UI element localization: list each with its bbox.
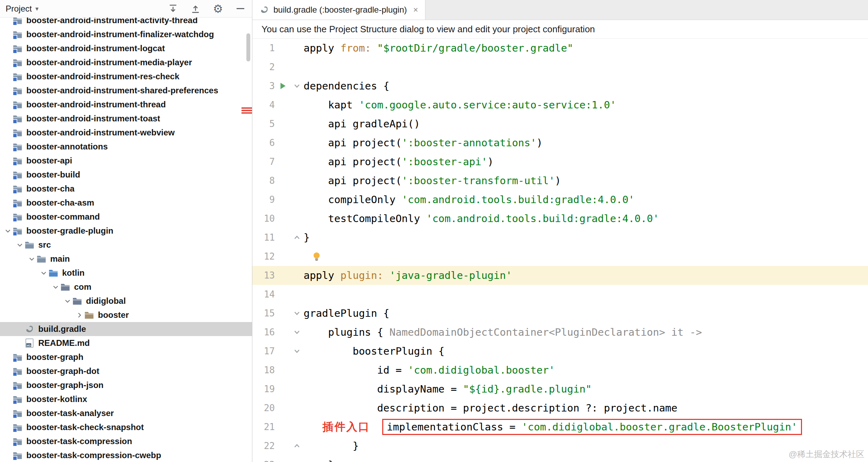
tab-build-gradle[interactable]: build.gradle (:booster-gradle-plugin) × [252, 0, 425, 20]
tree-item-booster-android-instrument-finalizer-watchdog[interactable]: booster-android-instrument-finalizer-wat… [0, 27, 252, 41]
folder-icon [25, 240, 34, 250]
tree-item-booster-task-compression-cwebp[interactable]: booster-task-compression-cwebp [0, 448, 252, 462]
tree-item-booster-android-instrument-media-player[interactable]: booster-android-instrument-media-player [0, 55, 252, 69]
hide-panel-icon[interactable] [234, 3, 246, 15]
code-line-12[interactable]: 12 [252, 247, 868, 266]
code-line-23[interactable]: 23 } [252, 455, 868, 462]
tree-item-booster-graph[interactable]: booster-graph [0, 350, 252, 364]
tree-item-booster-gradle-plugin[interactable]: booster-gradle-plugin [0, 224, 252, 238]
code-line-7[interactable]: 7 api project(':booster-api') [252, 152, 868, 171]
tree-item-booster-task-check-snapshot[interactable]: booster-task-check-snapshot [0, 420, 252, 434]
tree-item-label: booster-task-check-snapshot [26, 422, 144, 432]
code-text: api project(':booster-api') [304, 156, 493, 168]
line-number: 20 [252, 403, 275, 413]
code-line-8[interactable]: 8 api project(':booster-transform-util') [252, 171, 868, 190]
code-line-9[interactable]: 9 compileOnly 'com.android.tools.build:g… [252, 190, 868, 209]
chevron-down-icon[interactable] [62, 298, 72, 304]
tree-item-booster-cha[interactable]: booster-cha [0, 182, 252, 196]
code-line-21[interactable]: 21插件入口implementationClass = 'com.didiglo… [252, 417, 868, 436]
svg-text:MD: MD [27, 344, 31, 347]
fold-marker-icon[interactable] [293, 347, 301, 355]
close-tab-icon[interactable]: × [413, 5, 418, 15]
line-number: 2 [252, 62, 275, 72]
tree-item-booster[interactable]: booster [0, 308, 252, 322]
code-line-19[interactable]: 19 displayName = "${id}.gradle.plugin" [252, 380, 868, 399]
code-line-6[interactable]: 6 api project(':booster-annotations') [252, 133, 868, 152]
code-line-18[interactable]: 18 id = 'com.didiglobal.booster' [252, 361, 868, 380]
code-line-20[interactable]: 20 description = project.description ?: … [252, 399, 868, 417]
tree-item-label: kotlin [62, 268, 85, 278]
tree-item-booster-kotlinx[interactable]: booster-kotlinx [0, 392, 252, 406]
project-view-selector[interactable]: Project ▾ [6, 4, 39, 14]
code-editor[interactable]: 1apply from: "$rootDir/gradle/booster.gr… [252, 39, 868, 462]
code-line-11[interactable]: 11} [252, 228, 868, 247]
code-line-2[interactable]: 2 [252, 58, 868, 76]
tree-item-booster-android-instrument-logcat[interactable]: booster-android-instrument-logcat [0, 41, 252, 55]
settings-gear-icon[interactable]: ⚙ [212, 3, 224, 15]
tree-item-booster-annotations[interactable]: booster-annotations [0, 140, 252, 154]
module-icon [13, 184, 22, 194]
tree-item-main[interactable]: main [0, 252, 252, 266]
tree-item-booster-android-instrument-activity-thread[interactable]: booster-android-instrument-activity-thre… [0, 18, 252, 27]
chevron-down-icon[interactable] [27, 256, 37, 262]
tree-item-label: booster-cha [26, 184, 74, 194]
tree-item-booster-command[interactable]: booster-command [0, 210, 252, 224]
source-folder-icon [48, 268, 58, 278]
tree-item-booster-task-analyser[interactable]: booster-task-analyser [0, 406, 252, 420]
fold-marker-icon[interactable] [293, 442, 301, 450]
fold-marker-icon[interactable] [293, 82, 301, 90]
tree-item-booster-graph-dot[interactable]: booster-graph-dot [0, 364, 252, 378]
tree-item-booster-android-instrument-thread[interactable]: booster-android-instrument-thread [0, 98, 252, 112]
run-gutter-icon[interactable] [279, 82, 287, 90]
tree-scrollbar-thumb[interactable] [246, 33, 250, 61]
tree-item-booster-task-compression[interactable]: booster-task-compression [0, 434, 252, 448]
chevron-right-icon[interactable] [74, 312, 84, 319]
tree-item-booster-android-instrument-shared-preferences[interactable]: booster-android-instrument-shared-prefer… [0, 83, 252, 98]
chevron-down-icon[interactable] [39, 270, 48, 276]
fold-marker-icon[interactable] [293, 234, 301, 241]
code-line-14[interactable]: 14 [252, 285, 868, 304]
module-icon [13, 226, 22, 236]
code-line-10[interactable]: 10 testCompileOnly 'com.android.tools.bu… [252, 209, 868, 228]
collapse-all-icon[interactable] [190, 3, 201, 15]
code-line-22[interactable]: 22 } [252, 436, 868, 455]
code-line-17[interactable]: 17 boosterPlugin { [252, 342, 868, 361]
tree-item-label: booster-api [26, 156, 72, 166]
code-line-4[interactable]: 4 kapt 'com.google.auto.service:auto-ser… [252, 95, 868, 114]
ide-window: Project ▾ ⚙ booster-android-instrument-a… [0, 0, 868, 462]
tree-item-booster-android-instrument-toast[interactable]: booster-android-instrument-toast [0, 112, 252, 126]
fold-marker-icon[interactable] [293, 309, 301, 317]
tree-item-booster-graph-json[interactable]: booster-graph-json [0, 378, 252, 392]
tree-item-README.md[interactable]: MDREADME.md [0, 336, 252, 350]
fold-marker-icon[interactable] [293, 328, 301, 336]
tree-item-booster-cha-asm[interactable]: booster-cha-asm [0, 196, 252, 210]
code-line-15[interactable]: 15gradlePlugin { [252, 304, 868, 323]
chevron-down-icon[interactable] [51, 284, 60, 290]
tree-item-com[interactable]: com [0, 280, 252, 294]
code-line-1[interactable]: 1apply from: "$rootDir/gradle/booster.gr… [252, 39, 868, 58]
tree-item-booster-android-instrument-webview[interactable]: booster-android-instrument-webview [0, 126, 252, 140]
line-number: 8 [252, 175, 275, 186]
code-line-5[interactable]: 5 api gradleApi() [252, 114, 868, 133]
tree-item-booster-api[interactable]: booster-api [0, 154, 252, 168]
module-icon [13, 380, 22, 390]
module-icon [13, 394, 22, 404]
line-number: 21 [252, 422, 275, 432]
expand-all-icon[interactable] [167, 3, 179, 15]
code-line-16[interactable]: 16 plugins { NamedDomainObjectContainer<… [252, 323, 868, 342]
tree-item-booster-android-instrument-res-check[interactable]: booster-android-instrument-res-check [0, 69, 252, 83]
chevron-down-icon[interactable] [3, 228, 13, 234]
gutter [275, 247, 304, 266]
tree-item-src[interactable]: src [0, 238, 252, 252]
code-line-13[interactable]: 13apply plugin: 'java-gradle-plugin' [252, 266, 868, 285]
code-line-3[interactable]: 3dependencies { [252, 76, 868, 95]
project-panel: Project ▾ ⚙ booster-android-instrument-a… [0, 0, 252, 462]
tree-item-label: booster [98, 310, 129, 320]
tree-item-didiglobal[interactable]: didiglobal [0, 294, 252, 308]
intention-bulb-icon[interactable] [311, 251, 322, 262]
tree-item-booster-build[interactable]: booster-build [0, 168, 252, 182]
module-icon [13, 114, 22, 123]
chevron-down-icon[interactable] [15, 242, 25, 248]
tree-item-kotlin[interactable]: kotlin [0, 266, 252, 280]
tree-item-build.gradle[interactable]: build.gradle [0, 322, 252, 336]
